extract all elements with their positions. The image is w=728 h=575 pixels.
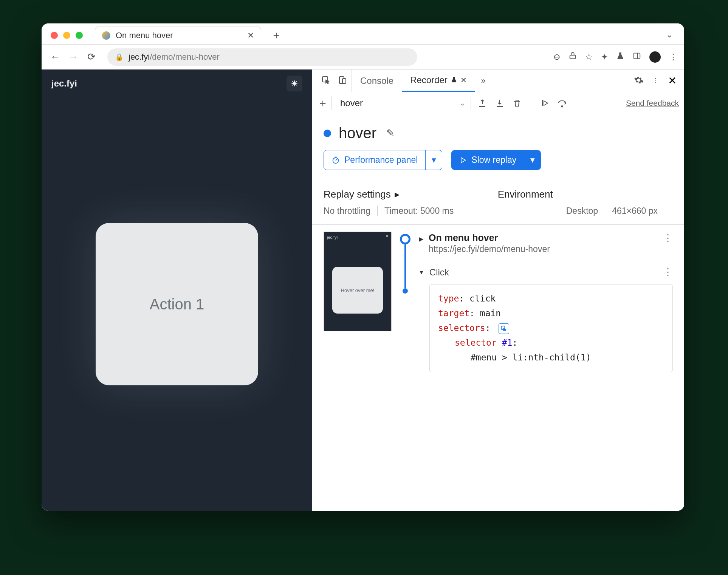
page-viewport: jec.fyi ☀ Action 1 bbox=[42, 70, 312, 511]
recording-select[interactable]: hover bbox=[337, 98, 454, 108]
devtools-tab-bar: Console Recorder ✕ » ⋮ ✕ bbox=[312, 70, 684, 92]
timeline-step-icon bbox=[403, 288, 408, 294]
step-play-icon[interactable] bbox=[539, 97, 551, 109]
selector-picker-icon[interactable] bbox=[499, 323, 509, 334]
step-over-icon[interactable] bbox=[556, 97, 568, 109]
pin-icon bbox=[451, 75, 457, 85]
close-window-icon[interactable] bbox=[51, 32, 58, 39]
panel-icon[interactable] bbox=[633, 52, 641, 62]
new-recording-button[interactable]: ＋ bbox=[318, 96, 332, 110]
url-path: /demo/menu-hover bbox=[150, 52, 220, 62]
step-menu-icon[interactable]: ⋮ bbox=[663, 232, 673, 244]
browser-menu-icon[interactable]: ⋮ bbox=[669, 52, 677, 62]
step-click[interactable]: ▼ Click ⋮ bbox=[419, 266, 673, 278]
step-details-code: type: click target: main selectors: sele… bbox=[429, 284, 673, 372]
tabs-overflow-icon[interactable]: ⌄ bbox=[666, 30, 673, 40]
back-button[interactable]: ← bbox=[48, 50, 62, 64]
timeout-value: Timeout: 5000 ms bbox=[384, 206, 454, 216]
thumb-card: Hover over me! bbox=[332, 267, 383, 314]
chevron-down-icon: ▼ bbox=[419, 269, 424, 275]
tab-console[interactable]: Console bbox=[352, 70, 402, 92]
environment-heading: Environment bbox=[498, 189, 553, 200]
favicon-icon bbox=[102, 31, 110, 40]
chevron-right-icon: ▶ bbox=[419, 235, 423, 243]
minimize-window-icon[interactable] bbox=[63, 32, 70, 39]
maximize-window-icon[interactable] bbox=[76, 32, 83, 39]
step-url: https://jec.fyi/demo/menu-hover bbox=[429, 244, 550, 254]
extensions-icon[interactable]: ✦ bbox=[601, 52, 608, 62]
step-thumbnail: jec.fyi Hover over me! bbox=[324, 232, 392, 331]
url-host: jec.fyi bbox=[129, 52, 150, 62]
action-card[interactable]: Action 1 bbox=[96, 223, 258, 385]
timeline bbox=[398, 232, 413, 372]
share-icon[interactable] bbox=[568, 52, 577, 62]
edit-name-icon[interactable]: ✎ bbox=[386, 127, 395, 139]
window-controls bbox=[46, 32, 87, 44]
settings-icon[interactable] bbox=[634, 75, 644, 87]
reload-button[interactable]: ⟳ bbox=[85, 50, 98, 64]
page-header: jec.fyi ☀ bbox=[42, 70, 312, 97]
zoom-icon[interactable]: ⊖ bbox=[553, 52, 560, 62]
step-navigate[interactable]: ▶ On menu hover https://jec.fyi/demo/men… bbox=[419, 232, 673, 266]
content-split: jec.fyi ☀ Action 1 bbox=[42, 70, 684, 511]
bookmark-icon[interactable]: ☆ bbox=[585, 52, 593, 62]
replay-settings-toggle[interactable]: Replay settings ▸ bbox=[324, 189, 400, 200]
perf-dropdown-icon[interactable]: ▾ bbox=[425, 150, 442, 170]
profile-avatar[interactable] bbox=[649, 51, 661, 63]
env-size: 461×660 px bbox=[612, 206, 658, 216]
devtools-panel: Console Recorder ✕ » ⋮ ✕ bbox=[312, 70, 684, 511]
delete-icon[interactable] bbox=[511, 97, 523, 109]
labs-icon[interactable] bbox=[616, 52, 624, 62]
timeline-start-icon bbox=[400, 234, 410, 244]
theme-toggle-button[interactable]: ☀ bbox=[287, 76, 302, 91]
close-panel-icon[interactable]: ✕ bbox=[460, 76, 467, 85]
selector-value: #menu > li:nth-child(1) bbox=[438, 350, 664, 365]
throttling-value: No throttling bbox=[324, 206, 370, 216]
titlebar: On menu hover ✕ ＋ ⌄ bbox=[42, 23, 684, 45]
close-tab-icon[interactable]: ✕ bbox=[247, 31, 254, 40]
svg-point-6 bbox=[561, 106, 562, 107]
send-feedback-link[interactable]: Send feedback bbox=[626, 99, 679, 108]
svg-rect-5 bbox=[342, 79, 346, 83]
devtools-close-icon[interactable]: ✕ bbox=[668, 74, 677, 87]
tab-recorder[interactable]: Recorder ✕ bbox=[402, 70, 475, 92]
step-menu-icon[interactable]: ⋮ bbox=[663, 266, 673, 278]
replay-settings-section: Replay settings ▸ Environment No throttl… bbox=[312, 180, 684, 224]
forward-button[interactable]: → bbox=[67, 50, 80, 64]
svg-point-7 bbox=[333, 158, 339, 163]
address-bar[interactable]: 🔒 jec.fyi/demo/menu-hover bbox=[107, 48, 417, 66]
svg-rect-1 bbox=[634, 53, 640, 59]
import-icon[interactable] bbox=[494, 97, 506, 109]
site-brand: jec.fyi bbox=[51, 78, 77, 89]
tab-title: On menu hover bbox=[116, 31, 173, 40]
step-title: On menu hover bbox=[429, 232, 550, 243]
lock-icon: 🔒 bbox=[115, 53, 123, 61]
inspect-icon[interactable] bbox=[321, 76, 330, 86]
env-device: Desktop bbox=[566, 206, 598, 216]
recorder-toolbar: ＋ hover ⌄ Send feedbac bbox=[312, 92, 684, 114]
browser-tab[interactable]: On menu hover ✕ bbox=[95, 26, 261, 44]
recording-dot-icon bbox=[324, 130, 331, 137]
performance-panel-button[interactable]: Performance panel ▾ bbox=[324, 150, 442, 170]
card-label: Action 1 bbox=[150, 296, 204, 313]
new-tab-button[interactable]: ＋ bbox=[269, 28, 284, 43]
device-toggle-icon[interactable] bbox=[338, 76, 347, 86]
svg-rect-0 bbox=[570, 55, 576, 59]
chevron-right-icon: ▸ bbox=[395, 189, 400, 200]
recording-select-chevron-icon[interactable]: ⌄ bbox=[460, 97, 471, 110]
recording-name: hover bbox=[339, 125, 376, 142]
browser-toolbar: ← → ⟳ 🔒 jec.fyi/demo/menu-hover ⊖ ☆ ✦ ⋮ bbox=[42, 45, 684, 70]
card-area: Action 1 bbox=[42, 97, 312, 511]
tabs-overflow-icon[interactable]: » bbox=[475, 70, 492, 92]
devtools-menu-icon[interactable]: ⋮ bbox=[653, 77, 659, 84]
slow-replay-button[interactable]: Slow replay ▾ bbox=[451, 150, 541, 170]
export-icon[interactable] bbox=[476, 97, 488, 109]
browser-window: On menu hover ✕ ＋ ⌄ ← → ⟳ 🔒 jec.fyi/demo… bbox=[42, 23, 684, 511]
replay-dropdown-icon[interactable]: ▾ bbox=[524, 150, 541, 170]
recording-header: hover ✎ bbox=[312, 114, 684, 145]
